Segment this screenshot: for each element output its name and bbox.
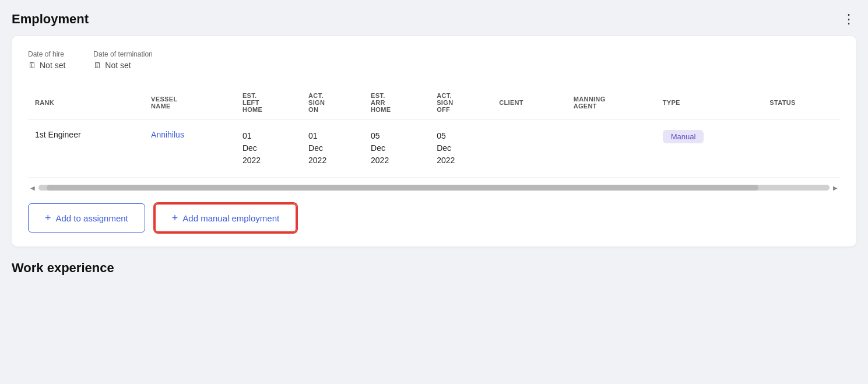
col-vessel-name: VESSELNAME <box>144 86 236 119</box>
action-row: + Add to assignment + Add manual employm… <box>28 203 840 232</box>
cell-status <box>762 119 840 178</box>
cell-manning-agent <box>567 119 656 178</box>
col-status: STATUS <box>762 86 840 119</box>
col-act-sign-on: ACT.SIGNON <box>301 86 364 119</box>
date-of-termination-field: Date of termination 🗓 Not set <box>93 50 152 70</box>
cell-vessel-name[interactable]: Annihilus <box>144 119 236 178</box>
date-row: Date of hire 🗓 Not set Date of terminati… <box>28 50 840 70</box>
add-to-assignment-button[interactable]: + Add to assignment <box>28 203 145 232</box>
col-est-arr-home: EST.ARRHOME <box>364 86 430 119</box>
cell-act-sign-off: 05Dec2022 <box>430 119 492 178</box>
section-header: Employment ⋮ <box>12 12 856 27</box>
col-act-sign-off: ACT.SIGNOFF <box>430 86 492 119</box>
cell-type: Manual <box>656 119 763 178</box>
plus-icon-manual: + <box>172 213 178 223</box>
cell-est-arr-home: 05Dec2022 <box>364 119 430 178</box>
menu-dots-icon[interactable]: ⋮ <box>842 12 856 27</box>
cell-est-left-home: 01Dec2022 <box>236 119 301 178</box>
page-title: Employment <box>12 12 89 27</box>
date-of-termination-label: Date of termination <box>93 50 152 58</box>
add-manual-employment-button[interactable]: + Add manual employment <box>154 203 297 232</box>
table-header-row: RANK VESSELNAME EST.LEFTHOME ACT.SIGNON … <box>28 86 840 119</box>
plus-icon-assignment: + <box>45 213 51 223</box>
date-of-hire-label: Date of hire <box>28 50 65 58</box>
scrollbar-thumb <box>47 185 758 191</box>
cell-rank: 1st Engineer <box>28 119 144 178</box>
cell-client <box>492 119 566 178</box>
col-manning-agent: MANNINGAGENT <box>567 86 656 119</box>
scroll-left-arrow[interactable]: ◀ <box>28 185 37 191</box>
page-wrapper: Employment ⋮ Date of hire 🗓 Not set Date… <box>12 12 856 276</box>
col-est-left-home: EST.LEFTHOME <box>236 86 301 119</box>
col-type: TYPE <box>656 86 763 119</box>
calendar-icon-hire: 🗓 <box>28 61 36 70</box>
scroll-right-arrow[interactable]: ▶ <box>831 185 840 191</box>
add-to-assignment-label: Add to assignment <box>56 213 128 223</box>
scrollbar-row: ◀ ▶ <box>28 185 840 191</box>
employment-card: Date of hire 🗓 Not set Date of terminati… <box>12 36 856 246</box>
type-badge: Manual <box>663 130 704 143</box>
employment-table-container: RANK VESSELNAME EST.LEFTHOME ACT.SIGNON … <box>28 86 840 178</box>
employment-table: RANK VESSELNAME EST.LEFTHOME ACT.SIGNON … <box>28 86 840 178</box>
date-of-termination-value: Not set <box>105 61 131 70</box>
calendar-icon-termination: 🗓 <box>93 61 101 70</box>
cell-act-sign-on: 01Dec2022 <box>301 119 364 178</box>
work-experience-title: Work experience <box>12 260 856 276</box>
date-of-hire-value: Not set <box>40 61 65 70</box>
add-manual-employment-label: Add manual employment <box>182 213 279 223</box>
col-rank: RANK <box>28 86 144 119</box>
col-client: CLIENT <box>492 86 566 119</box>
table-row: 1st Engineer Annihilus 01Dec2022 01Dec20… <box>28 119 840 178</box>
date-of-hire-field: Date of hire 🗓 Not set <box>28 50 65 70</box>
vessel-link[interactable]: Annihilus <box>151 130 184 139</box>
